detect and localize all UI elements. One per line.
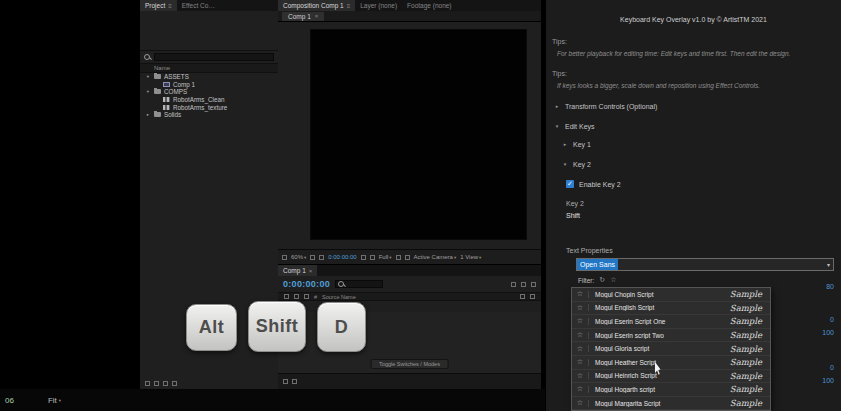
section-edit-keys[interactable]: ▾ Edit Keys (554, 120, 595, 132)
project-item-label: Solids (164, 111, 181, 118)
view-layout-control[interactable]: 1 View ▾ (460, 254, 481, 260)
favorite-star-icon[interactable]: ☆ (572, 345, 588, 353)
viewer-subtab-row: Comp 1 × (278, 11, 541, 22)
folder-icon (154, 89, 161, 94)
project-item-assets[interactable]: ▾ ASSETS (140, 73, 278, 81)
font-list-item[interactable]: ☆ Mogul Heinrich Script Sample (572, 370, 770, 384)
delete-item-icon[interactable] (172, 381, 177, 386)
favorite-star-icon[interactable]: ☆ (572, 399, 588, 407)
close-icon[interactable]: × (309, 268, 313, 274)
timeline-current-time[interactable]: 0:00:00:00 (283, 279, 330, 289)
tab-composition[interactable]: Composition Comp 1 ≡ (278, 0, 355, 11)
keycap-alt-label: Alt (199, 317, 225, 338)
font-list-item[interactable]: ☆ Mogul Heather Script Sample (572, 356, 770, 370)
tab-layer[interactable]: Layer (none) (355, 0, 402, 11)
property-value[interactable]: 100 (812, 329, 834, 336)
favorite-star-icon[interactable]: ☆ (572, 331, 588, 339)
timeline-tab-comp1[interactable]: Comp 1 × (278, 265, 317, 276)
composition-viewport[interactable] (310, 29, 527, 240)
snapshot-icon[interactable] (361, 255, 366, 260)
expand-layers-icon[interactable] (283, 379, 288, 384)
footage-icon (163, 97, 170, 102)
project-item-comps[interactable]: ▾ COMPS (140, 88, 278, 96)
project-item-solids[interactable]: ▸ Solids (140, 111, 278, 119)
property-value[interactable]: 80 (812, 283, 834, 290)
favorite-star-icon[interactable]: ☆ (572, 290, 588, 298)
audio-toggle-icon[interactable] (294, 294, 299, 299)
motion-blur-icon[interactable] (531, 282, 536, 287)
property-value[interactable]: 100 (812, 377, 834, 384)
twirl-icon[interactable]: ▾ (145, 74, 151, 79)
favorite-star-icon[interactable]: ☆ (572, 304, 588, 312)
camera-view-control[interactable]: Active Camera ▾ (414, 254, 457, 260)
timeline-search-input[interactable] (335, 280, 383, 288)
checkbox-checked-icon[interactable]: ✓ (566, 180, 574, 188)
key2-field-value[interactable]: Shift (566, 212, 580, 219)
favorite-star-icon[interactable]: ☆ (572, 372, 588, 380)
font-list-item[interactable]: ☆ Mogul English Script Sample (572, 302, 770, 316)
font-list-item[interactable]: ☆ Mogul Eserin Script One Sample (572, 315, 770, 329)
favorite-star-icon[interactable]: ☆ (572, 385, 588, 393)
keycap-shift-label: Shift (256, 316, 299, 337)
composition-mini-flowchart-icon[interactable] (511, 282, 516, 287)
panel-menu-icon[interactable]: ≡ (168, 3, 172, 9)
project-item-robotarms-texture[interactable]: RobotArms_texture (140, 103, 278, 111)
composition-icon (163, 82, 170, 87)
video-toggle-icon[interactable] (284, 294, 289, 299)
viewer-subtab-comp1[interactable]: Comp 1 × (282, 12, 324, 21)
current-time-display[interactable]: 0:00:00:00 (328, 254, 356, 260)
section-key2[interactable]: ▾ Key 2 (562, 158, 591, 170)
mask-visibility-icon[interactable] (319, 255, 324, 260)
app-screen: Project ≡ Effect Controls Name ▾ ASSETS … (0, 0, 841, 411)
refresh-icon[interactable]: ↻ (599, 276, 605, 284)
magnification-control[interactable]: 60% ▾ (291, 254, 306, 260)
project-item-comp1[interactable]: Comp 1 (140, 81, 278, 89)
font-name: Mogul Margarita Script (588, 400, 730, 407)
transparency-grid-icon[interactable] (405, 255, 410, 260)
zoom-fit-control[interactable]: Fit ▾ (48, 396, 61, 405)
show-channel-icon[interactable] (370, 255, 375, 260)
twirl-icon[interactable]: ▾ (145, 89, 151, 94)
grid-guides-icon[interactable] (310, 255, 315, 260)
section-key1[interactable]: ▸ Key 1 (562, 138, 591, 150)
zoom-timeline-icon[interactable] (292, 379, 297, 384)
always-preview-icon[interactable] (282, 255, 287, 260)
chevron-right-icon: ▸ (562, 141, 568, 147)
keyboard-key-overlay-panel: Keyboard Key Overlay v1.0 by © ArtistTM … (545, 0, 841, 411)
region-of-interest-icon[interactable] (396, 255, 401, 260)
tab-project[interactable]: Project ≡ (140, 0, 177, 11)
project-search-input[interactable] (154, 53, 274, 61)
font-family-select[interactable]: Open Sans ▾ (576, 258, 834, 271)
favorite-star-icon[interactable]: ☆ (572, 317, 588, 325)
section-transform-controls[interactable]: ▸ Transform Controls (Optional) (554, 100, 657, 112)
panel-menu-icon[interactable]: ≡ (347, 3, 351, 9)
draft-3d-icon[interactable] (521, 282, 526, 287)
interpret-footage-icon[interactable] (145, 381, 150, 386)
property-value[interactable]: 0 (812, 316, 834, 323)
font-list-item[interactable]: ☆ Mogul Margarita Script Sample (572, 397, 770, 411)
new-folder-icon[interactable] (154, 381, 159, 386)
tab-footage[interactable]: Footage (none) (402, 0, 456, 11)
tab-effect-controls[interactable]: Effect Controls (177, 0, 223, 11)
font-list-item[interactable]: ☆ Mogul Gloria script Sample (572, 342, 770, 356)
font-list-item[interactable]: ☆ Mogul Hogarth script Sample (572, 383, 770, 397)
font-list-item[interactable]: ☆ Mogul Eserin script Two Sample (572, 329, 770, 343)
new-composition-icon[interactable] (163, 381, 168, 386)
close-icon[interactable]: × (315, 13, 319, 19)
project-name-column-header[interactable]: Name (140, 64, 278, 73)
resolution-control[interactable]: Full ▾ (379, 254, 392, 260)
source-name-column[interactable]: Source Name (322, 294, 356, 300)
enable-key2-checkbox-row[interactable]: ✓ Enable Key 2 (566, 180, 621, 188)
twirl-icon[interactable]: ▸ (145, 112, 151, 117)
toggle-switches-modes-button[interactable]: Toggle Switches / Modes (370, 359, 449, 369)
favorites-filter-icon[interactable]: ☆ (610, 276, 616, 284)
key2-field-label: Key 2 (566, 200, 584, 207)
zoom-fit-label: Fit (48, 396, 57, 405)
solo-toggle-icon[interactable] (304, 294, 309, 299)
font-list-item[interactable]: ☆ Mogul Chopin Script Sample (572, 288, 770, 302)
property-value[interactable]: 0 (812, 364, 834, 371)
project-item-robotarms-clean[interactable]: RobotArms_Clean (140, 96, 278, 104)
favorite-star-icon[interactable]: ☆ (572, 358, 588, 366)
composition-panel: Composition Comp 1 ≡ Layer (none) Footag… (278, 0, 541, 264)
font-preview: Sample (730, 344, 770, 354)
